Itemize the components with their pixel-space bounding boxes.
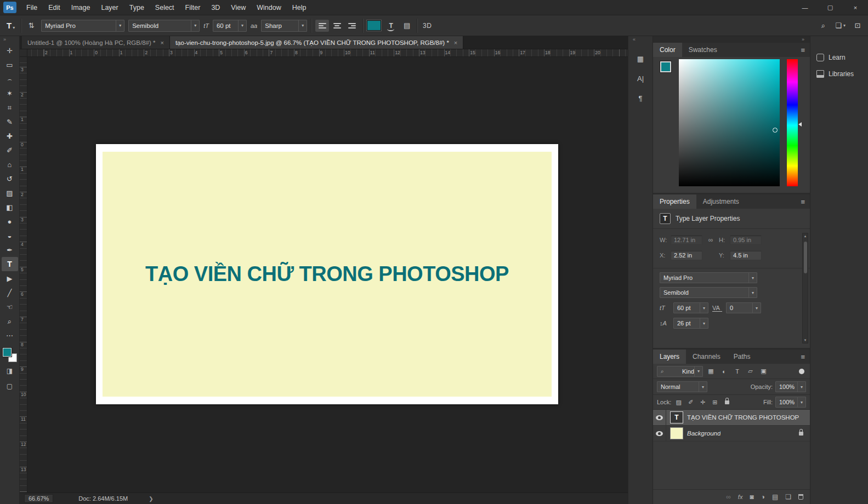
properties-font-size-select[interactable]: 60 pt ▾	[673, 302, 708, 313]
document-tab-active[interactable]: tạo-vien-chu-trong-photoshop-5.jpg @ 66.…	[170, 36, 463, 49]
link-layers-icon[interactable]: ∞	[726, 493, 731, 501]
headline-text[interactable]: TẠO VIỀN CHỮ TRONG PHOTOSHOP	[145, 262, 509, 286]
filter-on-off-toggle[interactable]	[799, 369, 804, 374]
font-family-select[interactable]: Myriad Pro ▾	[41, 20, 124, 32]
menu-3d[interactable]: 3D	[206, 0, 225, 15]
tab-properties[interactable]: Properties	[653, 194, 696, 209]
hue-slider[interactable]	[787, 59, 798, 186]
layer-row-background[interactable]: Background	[653, 426, 810, 442]
toggle-character-panels-button[interactable]: ▤	[401, 19, 413, 32]
properties-font-style-select[interactable]: Semibold ▾	[660, 287, 757, 298]
menu-file[interactable]: File	[21, 0, 43, 15]
lock-transparency-icon[interactable]: ▨	[674, 399, 683, 406]
search-icon[interactable]: ⌕	[817, 19, 829, 32]
collapse-panels-icon[interactable]: »	[802, 37, 804, 42]
new-adjustment-layer-icon[interactable]: ◑	[761, 493, 765, 501]
menu-type[interactable]: Type	[124, 0, 150, 15]
add-layer-mask-icon[interactable]: ◙	[750, 493, 753, 501]
spot-healing-brush-tool[interactable]: ✚	[2, 129, 18, 143]
panel-menu-icon[interactable]: ≡	[801, 198, 810, 206]
properties-scrollbar[interactable]: ▴ ▾	[802, 233, 808, 343]
toolbar-expand-icon[interactable]: »	[0, 36, 19, 43]
menu-image[interactable]: Image	[66, 0, 96, 15]
hand-tool[interactable]: ☜	[2, 300, 18, 314]
layer-row-text[interactable]: T TẠO VIỀN CHỮ TRONG PHOTOSHOP	[653, 410, 810, 426]
share-button[interactable]: ⊡	[852, 19, 864, 32]
new-layer-icon[interactable]: ❏	[785, 493, 791, 501]
maximize-button[interactable]: ▢	[818, 0, 843, 15]
rectangular-marquee-tool[interactable]: ▭	[2, 58, 18, 72]
close-icon[interactable]: ×	[160, 39, 163, 46]
panel-menu-icon[interactable]: ≡	[801, 46, 810, 54]
menu-select[interactable]: Select	[150, 0, 180, 15]
x-position-field[interactable]: 2.52 in	[671, 250, 702, 260]
font-size-select[interactable]: 60 pt ▾	[213, 20, 247, 32]
filter-shape-layers-icon[interactable]: ▱	[745, 366, 756, 376]
y-position-field[interactable]: 4.5 in	[730, 250, 762, 260]
document-tab-untitled[interactable]: Untitled-1 @ 100% (Hoàng Hà PC, RGB/8#) …	[22, 36, 170, 49]
edit-toolbar[interactable]: ⋯	[2, 328, 18, 342]
width-field[interactable]: 12.71 in	[671, 235, 702, 245]
text-layer-thumbnail[interactable]: T	[670, 411, 683, 423]
align-center-button[interactable]	[330, 20, 344, 32]
lock-position-icon[interactable]: ✛	[698, 399, 707, 406]
panel-menu-icon[interactable]: ≡	[801, 353, 810, 361]
pen-tool[interactable]: ✒	[2, 243, 18, 257]
foreground-color-swatch[interactable]	[660, 61, 671, 72]
menu-view[interactable]: View	[225, 0, 251, 15]
scroll-down-icon[interactable]: ▾	[804, 338, 807, 342]
gradient-tool[interactable]: ◧	[2, 200, 18, 214]
expand-panels-icon[interactable]: «	[628, 36, 653, 43]
type-tool[interactable]: T	[2, 257, 18, 271]
tab-swatches[interactable]: Swatches	[682, 43, 724, 57]
libraries-panel-tab[interactable]: Libraries	[810, 66, 868, 82]
tab-paths[interactable]: Paths	[727, 350, 757, 364]
tab-channels[interactable]: Channels	[686, 350, 727, 364]
filter-adjustment-layers-icon[interactable]: ◐	[719, 366, 729, 376]
scroll-up-icon[interactable]: ▴	[804, 234, 807, 238]
lock-paint-icon[interactable]: ✐	[686, 399, 695, 406]
screen-mode-button[interactable]: ▢	[2, 380, 18, 393]
menu-filter[interactable]: Filter	[180, 0, 206, 15]
quick-mask-button[interactable]: ◨	[2, 364, 18, 377]
filter-smart-objects-icon[interactable]: ▣	[758, 366, 769, 376]
opacity-select[interactable]: 100% ▾	[775, 381, 806, 392]
blur-tool[interactable]: ●	[2, 214, 18, 228]
close-icon[interactable]: ×	[454, 39, 457, 46]
glyphs-panel-icon[interactable]: ▦	[632, 51, 649, 66]
background-layer-thumbnail[interactable]	[670, 427, 683, 439]
tab-layers[interactable]: Layers	[653, 350, 686, 364]
delete-layer-icon[interactable]	[798, 494, 803, 500]
filter-pixel-layers-icon[interactable]: ▦	[706, 366, 716, 376]
canvas-pasteboard[interactable]: TẠO VIỀN CHỮ TRONG PHOTOSHOP	[27, 57, 628, 492]
link-dimensions-icon[interactable]: ∞	[702, 236, 719, 244]
zoom-tool[interactable]: ⌕	[2, 314, 18, 328]
menu-help[interactable]: Help	[287, 0, 312, 15]
close-button[interactable]: ×	[843, 0, 868, 15]
workspace-switcher[interactable]: ❏ ▾	[833, 21, 848, 30]
warp-text-button[interactable]: T	[385, 19, 397, 32]
align-left-button[interactable]	[315, 20, 329, 32]
leading-select[interactable]: 26 pt ▾	[673, 318, 708, 329]
color-picker-cursor[interactable]	[773, 128, 778, 133]
menu-layer[interactable]: Layer	[95, 0, 123, 15]
status-options-icon[interactable]: ❯	[149, 496, 153, 502]
fill-select[interactable]: 100% ▾	[775, 397, 806, 408]
layer-name[interactable]: Background	[687, 430, 721, 437]
text-orientation-button[interactable]: ⇅	[25, 19, 37, 32]
tab-color[interactable]: Color	[653, 43, 682, 57]
quick-selection-tool[interactable]: ✶	[2, 86, 18, 100]
properties-font-family-select[interactable]: Myriad Pro ▾	[660, 272, 757, 283]
dodge-tool[interactable]: ◒	[2, 228, 18, 243]
scrollbar-thumb[interactable]	[804, 242, 807, 273]
clone-stamp-tool[interactable]: ⌂	[2, 157, 18, 171]
foreground-color[interactable]	[3, 348, 12, 357]
lock-all-icon[interactable]	[722, 399, 731, 405]
height-field[interactable]: 0.95 in	[730, 235, 762, 245]
filter-type-layers-icon[interactable]: T	[732, 366, 742, 376]
learn-panel-tab[interactable]: Learn	[810, 49, 868, 66]
eyedropper-tool[interactable]: ✎	[2, 114, 18, 129]
font-style-select[interactable]: Semibold ▾	[128, 20, 200, 32]
eraser-tool[interactable]: ▨	[2, 186, 18, 200]
layer-filter-select[interactable]: ⌕ Kind ▾	[657, 366, 703, 377]
